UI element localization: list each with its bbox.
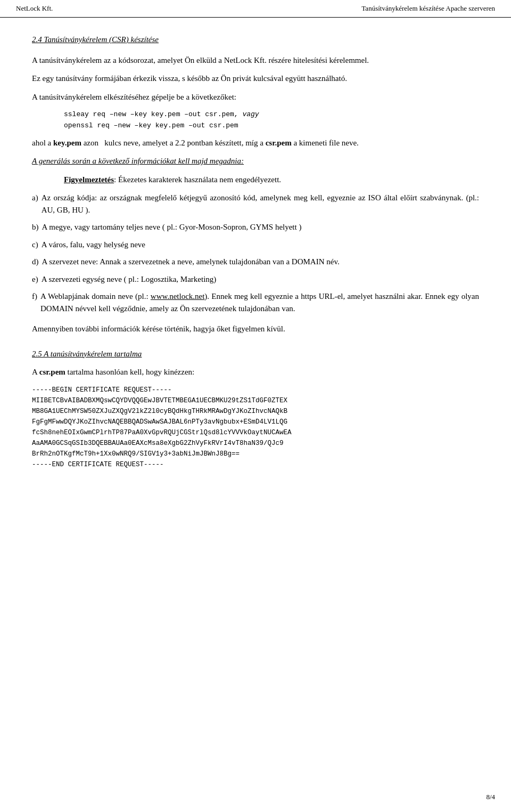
section2-title-paragraph: 2.5 A tanúsítványkérelem tartalma (32, 348, 479, 360)
cert-line-8: -----END CERTIFICATE REQUEST----- (32, 459, 479, 470)
amennyiben-text: Amennyiben további információk kérése tö… (32, 324, 285, 333)
cmd1-text: ssleay req –new –key key.pem –out csr.pe… (64, 110, 259, 118)
content: 2.4 Tanúsítványkérelem (CSR) készítése A… (0, 18, 511, 508)
section2-title: 2.5 A tanúsítványkérelem tartalma (32, 350, 142, 358)
cert-line-7: BrRh2nOTKgfMcT9h+1Xx0wNRQ9/SIGV1y3+3abNi… (32, 449, 479, 459)
cert-line-4: FgFgMFwwDQYJKoZIhvcNAQEBBQADSwAwSAJBAL6n… (32, 417, 479, 427)
generalis-title: A generálás során a következő információ… (32, 155, 479, 167)
list-items: a) Az ország kódja: az országnak megfele… (32, 192, 479, 314)
cmd2-text: openssl req –new –key key.pem –out csr.p… (64, 121, 238, 129)
paragraph-4: ahol a key.pem azon kulcs neve, amelyet … (32, 137, 479, 149)
netlock-link[interactable]: www.netlock.net (151, 292, 205, 301)
list-item-d: d) A szervezet neve: Annak a szervezetne… (32, 256, 479, 268)
list-text-f: A Weblapjának domain neve (pl.: www.netl… (40, 290, 479, 314)
cert-line-1: -----BEGIN CERTIFICATE REQUEST----- (32, 385, 479, 395)
list-item-b: b) A megye, vagy tartomány teljes neve (… (32, 221, 479, 233)
cert-line-6: AaAMA0GCSqGSIb3DQEBBAUAa0EAXcMsa8eXgbG2Z… (32, 438, 479, 449)
command-1: ssleay req –new –key key.pem –out csr.pe… (64, 109, 479, 120)
section-title: 2.4 Tanúsítványkérelem (CSR) készítése (32, 34, 479, 46)
header-left: NetLock Kft. (16, 4, 53, 13)
list-text-a: Az ország kódja: az országnak megfelelő … (42, 192, 479, 216)
list-item-c: c) A város, falu, vagy helység neve (32, 239, 479, 251)
list-text-d: A szervezet neve: Annak a szervezetnek a… (42, 256, 340, 268)
list-label-e: e) (32, 273, 38, 286)
p4-keypem: key.pem (53, 139, 81, 147)
p3-text: A tanúsítványkérelem elkészítéséhez gépe… (32, 93, 236, 101)
cert-block: -----BEGIN CERTIFICATE REQUEST----- MIIB… (32, 385, 479, 470)
cert-line-5: fcSh8nehEOIxGwmCPlrhTP87PaA0XvGpvRQUjCGS… (32, 427, 479, 438)
paragraph-amennyiben: Amennyiben további információk kérése tö… (32, 323, 479, 335)
list-text-e: A szervezeti egység neve ( pl.: Logoszti… (42, 273, 217, 286)
list-text-c: A város, falu, vagy helység neve (42, 239, 145, 251)
footer: 8/4 (486, 793, 495, 801)
list-label-d: d) (32, 256, 39, 268)
page-number: 8/4 (486, 793, 495, 801)
paragraph-3: A tanúsítványkérelem elkészítéséhez gépe… (32, 91, 479, 103)
cert-line-3: MB8GA1UEChMYSW50ZXJuZXQgV2lkZ2l0cyBQdHkg… (32, 406, 479, 417)
generalis-title-text: A generálás során a következő információ… (32, 157, 244, 165)
header-right: Tanúsítványkérelem készítése Apache szer… (361, 4, 495, 13)
paragraph-2: Ez egy tanúsítvány formájában érkezik vi… (32, 72, 479, 85)
list-item-a: a) Az ország kódja: az országnak megfele… (32, 192, 479, 216)
csrpem-bold: csr.pem (39, 368, 65, 376)
warning-label: Figyelmeztetés (64, 175, 114, 184)
cert-line-2: MIIBETCBvAIBADBXMQswCQYDVQQGEwJBVTETMBEG… (32, 395, 479, 406)
command-2: openssl req –new –key key.pem –out csr.p… (64, 120, 479, 132)
list-item-f: f) A Weblapjának domain neve (pl.: www.n… (32, 290, 479, 314)
list-label-a: a) (32, 192, 38, 216)
list-label-f: f) (32, 290, 37, 314)
p4-csrpem: csr.pem (266, 139, 292, 147)
list-label-b: b) (32, 221, 39, 233)
list-label-c: c) (32, 239, 38, 251)
list-item-e: e) A szervezeti egység neve ( pl.: Logos… (32, 273, 479, 286)
list-text-b: A megye, vagy tartomány teljes neve ( pl… (42, 221, 302, 233)
header: NetLock Kft. Tanúsítványkérelem készítés… (0, 0, 511, 18)
warning-paragraph: Figyelmeztetés: Ékezetes karakterek hasz… (64, 174, 479, 186)
csrpem-intro: A csr.pem tartalma hasonlóan kell, hogy … (32, 366, 479, 378)
warning-text: : Ékezetes karakterek használata nem eng… (114, 175, 281, 184)
paragraph-1: A tanúsítványkérelem az a kódsorozat, am… (32, 54, 479, 67)
